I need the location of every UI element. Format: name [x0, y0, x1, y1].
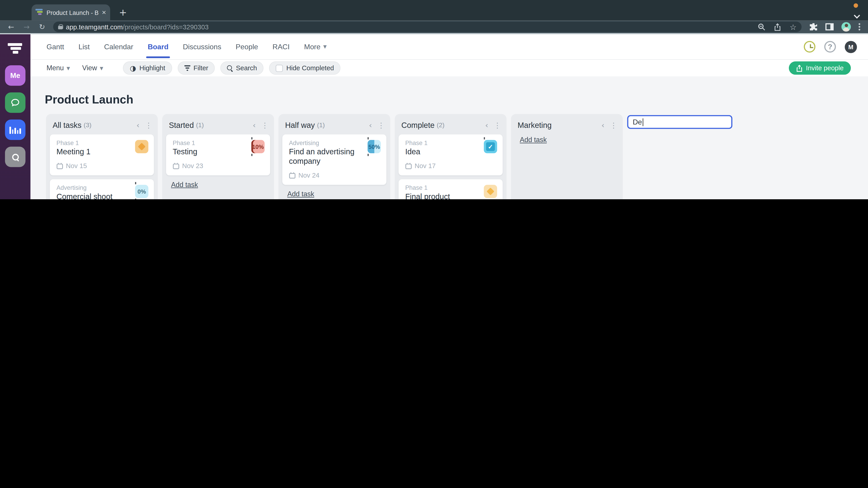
progress-badge[interactable]: 50% — [368, 140, 381, 153]
bookmark-star-icon[interactable]: ☆ — [789, 22, 797, 31]
column-header: Marketing ‹⋮ — [511, 114, 623, 134]
extensions-puzzle-icon[interactable] — [809, 23, 817, 31]
collapse-column-icon[interactable]: ‹ — [485, 121, 488, 129]
column-header: All tasks (3) ‹⋮ — [46, 114, 158, 134]
new-tab-button[interactable]: + — [119, 4, 127, 21]
column-menu-icon[interactable]: ⋮ — [610, 122, 617, 129]
menu-dropdown[interactable]: Menu▼ — [46, 64, 70, 72]
chat-bubble-icon — [10, 97, 21, 108]
task-group-label: Advertising — [289, 139, 380, 146]
chevron-down-icon: ▼ — [67, 66, 70, 70]
task-card[interactable]: Phase 1 Idea Nov 17 — [399, 134, 502, 175]
completed-check-badge[interactable] — [484, 140, 497, 153]
column-complete: Complete (2) ‹⋮ Phase 1 Idea Nov 17 — [395, 114, 506, 199]
teamgantt-logo[interactable] — [8, 43, 23, 54]
tab-people[interactable]: People — [236, 43, 258, 51]
project-nav: Gantt List Calendar Board Discussions Pe… — [31, 34, 868, 59]
tab-calendar[interactable]: Calendar — [104, 43, 133, 51]
hide-completed-toggle[interactable]: Hide Completed — [269, 61, 341, 75]
text-cursor — [643, 118, 643, 126]
browser-tab-strip: Product Launch - Board | Team ✕ + — [0, 0, 868, 21]
highlight-icon: ◑ — [130, 64, 136, 72]
app-sidebar: Me — [0, 34, 31, 199]
view-dropdown[interactable]: View▼ — [82, 64, 103, 72]
page-url: app.teamgantt.com/projects/board?ids=329… — [66, 23, 209, 31]
share-icon[interactable] — [774, 23, 781, 31]
sidebar-item-reports[interactable] — [5, 120, 26, 140]
browser-tab[interactable]: Product Launch - Board | Team ✕ — [32, 4, 110, 21]
column-half-way: Half way (1) ‹⋮ Advertising Find an adve… — [278, 114, 391, 199]
lock-icon[interactable] — [58, 24, 63, 29]
sidebar-item-search[interactable] — [5, 147, 26, 167]
add-task-link[interactable]: Add task — [171, 181, 198, 189]
help-icon[interactable]: ? — [825, 41, 836, 53]
recording-indicator-dot — [854, 3, 858, 8]
task-card[interactable]: Phase 1 Testing Nov 23 10% — [166, 134, 270, 175]
chevron-down-icon: ▼ — [100, 66, 103, 70]
task-title: Comercial shoot — [57, 192, 147, 199]
task-card[interactable]: Advertising Find an advertising company … — [282, 134, 386, 185]
page-title: Product Launch — [45, 93, 868, 106]
column-name: Half way — [285, 121, 315, 129]
column-menu-icon[interactable]: ⋮ — [261, 122, 269, 129]
account-avatar[interactable]: M — [845, 41, 857, 53]
tab-more[interactable]: More▼ — [304, 43, 327, 51]
new-column-name-input[interactable]: De — [627, 115, 733, 129]
tab-search-chevron-icon[interactable] — [854, 12, 860, 19]
column-menu-icon[interactable]: ⋮ — [377, 122, 385, 129]
tab-discussions[interactable]: Discussions — [183, 43, 221, 51]
calendar-icon — [405, 163, 412, 169]
browser-menu-icon[interactable] — [859, 23, 860, 31]
column-header: Started (1) ‹⋮ — [162, 114, 274, 134]
tab-gantt[interactable]: Gantt — [46, 43, 64, 51]
column-header: Half way (1) ‹⋮ — [278, 114, 391, 134]
task-card[interactable]: Advertising Comercial shoot Dec 1 0% — [50, 179, 154, 199]
task-title: Testing — [173, 147, 264, 157]
tab-list[interactable]: List — [79, 43, 90, 51]
progress-badge[interactable]: 10% — [251, 140, 265, 153]
column-menu-icon[interactable]: ⋮ — [145, 122, 152, 129]
tab-board[interactable]: Board — [148, 43, 168, 51]
highlight-button[interactable]: ◑Highlight — [123, 61, 172, 75]
tab-raci[interactable]: RACI — [272, 43, 289, 51]
milestone-badge[interactable] — [135, 140, 149, 153]
tab-close-icon[interactable]: ✕ — [102, 9, 106, 15]
back-button[interactable]: ← — [4, 23, 18, 31]
column-name: Complete — [401, 121, 435, 129]
add-task-link[interactable]: Add task — [520, 136, 547, 144]
task-group-label: Advertising — [57, 184, 147, 191]
task-card[interactable]: Phase 1 Meeting 1 Nov 15 — [50, 134, 154, 175]
hide-completed-checkbox[interactable] — [276, 64, 283, 72]
filter-button[interactable]: Filter — [178, 61, 215, 75]
collapse-column-icon[interactable]: ‹ — [369, 121, 372, 129]
task-card[interactable]: Phase 1 Final product Nov 24 — [399, 179, 502, 199]
filter-icon — [184, 65, 190, 71]
collapse-column-icon[interactable]: ‹ — [601, 121, 604, 129]
column-count: (1) — [196, 122, 204, 128]
column-count: (3) — [84, 122, 91, 128]
collapse-column-icon[interactable]: ‹ — [136, 121, 140, 129]
time-tracking-icon[interactable] — [804, 41, 815, 53]
progress-badge[interactable]: 0% — [135, 185, 149, 198]
sidebar-item-me[interactable]: Me — [5, 65, 26, 86]
search-button[interactable]: Search — [220, 61, 264, 75]
add-task-link[interactable]: Add task — [287, 190, 314, 198]
task-group-label: Phase 1 — [405, 184, 496, 191]
column-all-tasks: All tasks (3) ‹⋮ Phase 1 Meeting 1 Nov 1… — [46, 114, 158, 199]
reload-button[interactable]: ↻ — [35, 23, 49, 31]
zoom-icon[interactable] — [758, 23, 766, 31]
forward-button[interactable]: → — [20, 23, 33, 31]
side-panel-icon[interactable] — [825, 23, 834, 31]
calendar-icon — [57, 163, 63, 169]
address-bar[interactable]: app.teamgantt.com/projects/board?ids=329… — [53, 22, 802, 32]
collapse-column-icon[interactable]: ‹ — [253, 121, 256, 129]
browser-profile-avatar[interactable] — [841, 22, 851, 32]
column-menu-icon[interactable]: ⋮ — [494, 122, 501, 129]
invite-people-button[interactable]: Invite people — [789, 61, 851, 75]
main-content: Gantt List Calendar Board Discussions Pe… — [31, 34, 868, 199]
task-group-label: Phase 1 — [57, 139, 147, 146]
board-columns: All tasks (3) ‹⋮ Phase 1 Meeting 1 Nov 1… — [31, 106, 868, 199]
milestone-badge[interactable] — [484, 185, 497, 198]
sidebar-item-discussions[interactable] — [5, 92, 26, 113]
calendar-icon — [289, 172, 296, 179]
